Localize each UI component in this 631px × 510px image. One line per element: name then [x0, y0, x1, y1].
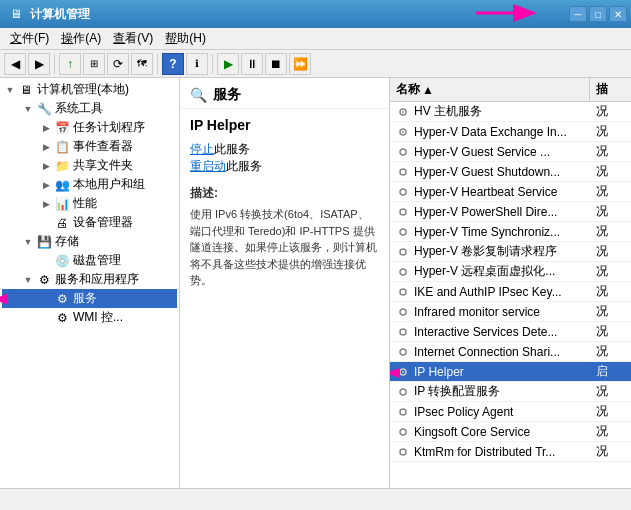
- svg-point-21: [400, 409, 406, 415]
- menu-action[interactable]: 操作(A): [55, 29, 107, 48]
- panel-title: 🔍 服务: [180, 78, 389, 109]
- stop-service-link[interactable]: 停止: [190, 142, 214, 156]
- pause-button[interactable]: ⏸: [241, 53, 263, 75]
- list-item[interactable]: KtmRm for Distributed Tr... 况: [390, 442, 631, 462]
- service-gear-icon: [396, 185, 410, 199]
- service-name-cell: Interactive Services Dete...: [390, 324, 590, 340]
- svcapps-expander: ▼: [20, 272, 36, 288]
- ip-helper-row[interactable]: IP Helper 启: [390, 362, 631, 382]
- services-label: 服务: [73, 290, 97, 307]
- storage-label: 存储: [55, 233, 79, 250]
- list-item[interactable]: Hyper-V Time Synchroniz... 况: [390, 222, 631, 242]
- service-desc-cell: 况: [590, 442, 631, 461]
- list-item[interactable]: Hyper-V Guest Shutdown... 况: [390, 162, 631, 182]
- window-controls: ─ □ ✕: [569, 6, 627, 22]
- service-name-cell: Hyper-V Heartbeat Service: [390, 184, 590, 200]
- back-button[interactable]: ◀: [4, 53, 26, 75]
- menu-view[interactable]: 查看(V): [107, 29, 159, 48]
- list-item[interactable]: HV 主机服务 况: [390, 102, 631, 122]
- tree-wmi[interactable]: ⚙ WMI 控...: [2, 308, 177, 327]
- list-item[interactable]: IP 转换配置服务 况: [390, 382, 631, 402]
- list-item[interactable]: IKE and AuthIP IPsec Key... 况: [390, 282, 631, 302]
- svg-point-13: [400, 289, 406, 295]
- list-item[interactable]: Internet Connection Shari... 况: [390, 342, 631, 362]
- folder-icon: 📁: [54, 158, 70, 174]
- restart-service-link[interactable]: 重启动: [190, 159, 226, 173]
- list-item[interactable]: Hyper-V Data Exchange In... 况: [390, 122, 631, 142]
- service-name-cell: Hyper-V Time Synchroniz...: [390, 224, 590, 240]
- svc-expander: [38, 291, 54, 307]
- close-button[interactable]: ✕: [609, 6, 627, 22]
- service-name-cell: Hyper-V Guest Service ...: [390, 144, 590, 160]
- device-manager-label: 设备管理器: [73, 214, 133, 231]
- list-item[interactable]: Hyper-V 卷影复制请求程序 况: [390, 242, 631, 262]
- list-item[interactable]: Hyper-V PowerShell Dire... 况: [390, 202, 631, 222]
- root-label: 计算机管理(本地): [37, 81, 129, 98]
- tree-task-scheduler[interactable]: ▶ 📅 任务计划程序: [2, 118, 177, 137]
- tree-shared-folders[interactable]: ▶ 📁 共享文件夹: [2, 156, 177, 175]
- shared-expander: ▶: [38, 158, 54, 174]
- stop-button[interactable]: ⏹: [265, 53, 287, 75]
- service-desc-cell: 况: [590, 422, 631, 441]
- tree-device-manager[interactable]: 🖨 设备管理器: [2, 213, 177, 232]
- help-button[interactable]: ?: [162, 53, 184, 75]
- up-button[interactable]: ↑: [59, 53, 81, 75]
- toolbar-separator-3: [212, 54, 213, 74]
- shared-folders-label: 共享文件夹: [73, 157, 133, 174]
- refresh-button[interactable]: ⟳: [107, 53, 129, 75]
- play-button[interactable]: ▶: [217, 53, 239, 75]
- tree-storage[interactable]: ▼ 💾 存储: [2, 232, 177, 251]
- main-layout: ▼ 🖥 计算机管理(本地) ▼ 🔧 系统工具 ▶ 📅 任务计划程序 ▶ 📋 事件…: [0, 78, 631, 488]
- svg-point-12: [400, 269, 406, 275]
- service-gear-icon: [396, 265, 410, 279]
- col-header-desc[interactable]: 描: [590, 78, 631, 101]
- service-name-cell: Hyper-V PowerShell Dire...: [390, 204, 590, 220]
- list-item[interactable]: Hyper-V 远程桌面虚拟化... 况: [390, 262, 631, 282]
- title-bar: 🖥 计算机管理 ─ □ ✕: [0, 0, 631, 28]
- menu-file[interactable]: 文件(F): [4, 29, 55, 48]
- service-gear-icon: [396, 225, 410, 239]
- maximize-button[interactable]: □: [589, 6, 607, 22]
- storage-expander: ▼: [20, 234, 36, 250]
- service-name-cell: IKE and AuthIP IPsec Key...: [390, 284, 590, 300]
- service-name-heading: IP Helper: [180, 109, 389, 137]
- right-panel: 名称 ▲ 描 HV 主机服务 况 Hyper-V Data Exchange: [390, 78, 631, 488]
- forward-button[interactable]: ▶: [28, 53, 50, 75]
- tree-performance[interactable]: ▶ 📊 性能: [2, 194, 177, 213]
- service-name-cell: Hyper-V Guest Shutdown...: [390, 164, 590, 180]
- service-gear-icon: [396, 345, 410, 359]
- list-item[interactable]: IPsec Policy Agent 况: [390, 402, 631, 422]
- col-header-name[interactable]: 名称 ▲: [390, 78, 590, 101]
- service-desc-cell: 况: [590, 342, 631, 361]
- list-item[interactable]: Hyper-V Heartbeat Service 况: [390, 182, 631, 202]
- infrared-monitor-row[interactable]: Infrared monitor service 况: [390, 302, 631, 322]
- tree-disk-management[interactable]: 💿 磁盘管理: [2, 251, 177, 270]
- schedule-icon: 📅: [54, 120, 70, 136]
- svg-point-18: [402, 371, 404, 373]
- info-button[interactable]: ℹ: [186, 53, 208, 75]
- service-desc-cell: 况: [590, 202, 631, 221]
- list-item[interactable]: Kingsoft Core Service 况: [390, 422, 631, 442]
- service-desc-cell: 况: [590, 102, 631, 121]
- toolbar: ◀ ▶ ↑ ⊞ ⟳ 🗺 ? ℹ ▶ ⏸ ⏹ ⏩: [0, 50, 631, 78]
- event-expander: ▶: [38, 139, 54, 155]
- minimize-button[interactable]: ─: [569, 6, 587, 22]
- list-item[interactable]: Hyper-V Guest Service ... 况: [390, 142, 631, 162]
- list-item[interactable]: Interactive Services Dete... 况: [390, 322, 631, 342]
- tree-event-viewer[interactable]: ▶ 📋 事件查看器: [2, 137, 177, 156]
- show-button[interactable]: ⊞: [83, 53, 105, 75]
- tree-services-apps[interactable]: ▼ ⚙ 服务和应用程序: [2, 270, 177, 289]
- tree-services[interactable]: ⚙ 服务: [2, 289, 177, 308]
- menu-help[interactable]: 帮助(H): [159, 29, 212, 48]
- next-button[interactable]: ⏩: [289, 53, 311, 75]
- tree-system-tools[interactable]: ▼ 🔧 系统工具: [2, 99, 177, 118]
- event-viewer-label: 事件查看器: [73, 138, 133, 155]
- map-button[interactable]: 🗺: [131, 53, 153, 75]
- tree-local-users[interactable]: ▶ 👥 本地用户和组: [2, 175, 177, 194]
- service-gear-icon: [396, 325, 410, 339]
- tools-icon: 🔧: [36, 101, 52, 117]
- service-desc-cell: 况: [590, 122, 631, 141]
- left-panel: ▼ 🖥 计算机管理(本地) ▼ 🔧 系统工具 ▶ 📅 任务计划程序 ▶ 📋 事件…: [0, 78, 180, 488]
- panel-title-text: 服务: [213, 86, 241, 104]
- tree-root[interactable]: ▼ 🖥 计算机管理(本地): [2, 80, 177, 99]
